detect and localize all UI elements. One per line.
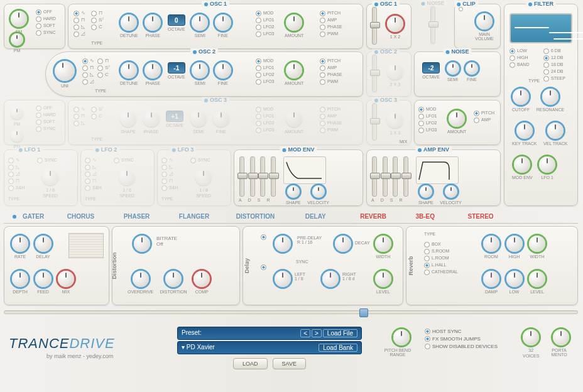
osc2-phase[interactable] [144,62,161,79]
fm-panel-2: FM OFF HARD SOFT SYNC PM [4,100,65,145]
filter-keytrack[interactable] [516,122,533,139]
modenv-velocity[interactable] [312,185,325,198]
delay-width[interactable] [375,236,391,252]
osc2-amount[interactable] [286,62,302,79]
delay-decay[interactable] [335,236,351,252]
load-bank-button[interactable]: Load Bank [319,344,357,352]
filter-cutoff[interactable] [513,89,529,105]
osc2-fine[interactable] [215,62,231,79]
pitch-bend-knob[interactable] [393,329,410,346]
gater-mix[interactable] [58,271,74,287]
osc1-phase[interactable] [144,14,161,31]
noise-fine[interactable] [466,62,478,75]
dist-bitrate[interactable] [134,236,150,252]
load-file-button[interactable]: Load File [323,329,357,337]
reverb-damp[interactable] [483,271,499,287]
gater-depth[interactable] [12,271,28,287]
reverb-room[interactable] [483,236,499,252]
fm-mode-hard[interactable]: HARD [36,15,56,22]
save-button[interactable]: SAVE [273,358,306,369]
noise-mod-amount[interactable] [449,111,465,127]
filter-resonance[interactable] [542,89,558,105]
osc1-semi[interactable] [192,14,208,31]
preset-prev[interactable]: < [300,329,310,337]
reverb-width[interactable] [529,236,545,252]
fx-scroll-slider[interactable] [4,310,578,314]
fm-mode-sync[interactable]: SYNC [36,29,56,36]
show-disabled-toggle[interactable]: SHOW DISABLED DEVICES [425,343,498,351]
fm-mode-off[interactable]: OFF [36,8,56,15]
noise-semi[interactable] [447,62,459,75]
reverb-level[interactable] [529,271,545,287]
ampenv-velocity[interactable] [445,185,457,198]
filter-lfo1[interactable] [539,156,555,173]
preset-area: Preset: < > Load File ▾ PD Xavier Load B… [177,327,362,369]
fm-knob-2[interactable] [11,107,23,119]
tab-reverb[interactable]: REVERB [355,211,391,222]
ampenv-d[interactable] [383,156,388,197]
gater-rate[interactable] [12,236,28,252]
modenv-r[interactable] [271,156,276,197]
dist-comp[interactable] [193,271,210,287]
delay-predelay[interactable] [275,236,291,252]
osc1-detune[interactable] [121,14,137,31]
reverb-high[interactable] [506,236,523,252]
reverb-low[interactable] [506,271,523,287]
fx-smooth-toggle[interactable]: FX SMOOTH JUMPS [425,335,498,343]
modenv-a[interactable] [239,156,244,197]
load-button[interactable]: LOAD [233,358,268,369]
ampenv-s[interactable] [393,156,398,197]
host-sync-toggle[interactable]: HOST SYNC [425,328,498,335]
pm-knob[interactable] [11,33,23,46]
preset-name[interactable]: PD Xavier [187,344,215,351]
lfo2-speed[interactable] [119,169,135,185]
dist-distortion[interactable] [165,271,182,287]
gater-feed[interactable] [35,271,52,287]
osc3-title: OSC 3 [202,97,229,103]
tab-chorus[interactable]: CHORUS [62,211,99,222]
osc1-level-slider[interactable] [372,7,377,45]
fm-mode-soft[interactable]: SOFT [36,22,56,29]
dist-overdrive[interactable] [133,271,149,287]
ampenv-a[interactable] [372,156,377,197]
tab-phaser[interactable]: PHASER [119,211,155,222]
gater-delay[interactable] [35,236,52,252]
pm-knob-2[interactable] [11,129,23,142]
voices-knob[interactable] [523,329,539,346]
osc1-wave-1[interactable]: ∿ [74,9,87,16]
tab-stereo[interactable]: STEREO [462,211,498,222]
filter-modenv[interactable] [514,156,530,173]
uni-knob[interactable] [55,61,75,81]
tab-gater[interactable]: GATER [18,211,49,222]
osc2-semi[interactable] [192,62,208,79]
delay-level[interactable] [375,271,391,287]
osc1-fine[interactable] [215,14,231,31]
main-volume[interactable] [476,13,493,30]
fm-knob[interactable] [11,11,27,27]
portamento-knob[interactable] [553,329,569,346]
amp-env-panel: AMP ENV ADSR SHAPE VELOCITY [366,150,501,206]
delay-left[interactable] [275,271,291,287]
filter-veltrack[interactable] [547,122,564,139]
modenv-d[interactable] [250,156,255,197]
modenv-shape[interactable] [287,185,300,198]
osc2-detune[interactable] [121,62,137,79]
tab-flanger[interactable]: FLANGER [174,211,214,222]
mix-1x2[interactable] [387,16,403,32]
clip-toggle[interactable] [459,7,463,11]
lfo3-speed[interactable] [195,169,212,185]
tab-distortion[interactable]: DISTORTION [231,211,280,222]
clip-panel: CLIP MAIN VOLUME [454,4,501,49]
osc1-amount[interactable] [286,14,302,31]
tab-3beq[interactable]: 3B-EQ [410,211,440,222]
lfo1-speed[interactable] [42,169,58,185]
ampenv-shape[interactable] [420,185,432,198]
modenv-s[interactable] [260,156,265,197]
ampenv-r[interactable] [403,156,408,197]
preset-next[interactable]: > [312,329,322,337]
noise-octave[interactable]: -2 [422,62,440,74]
osc1-octave[interactable]: 0 [168,14,185,26]
delay-right[interactable] [322,271,339,287]
tab-delay[interactable]: DELAY [300,211,331,222]
osc2-octave[interactable]: -1 [168,62,185,74]
